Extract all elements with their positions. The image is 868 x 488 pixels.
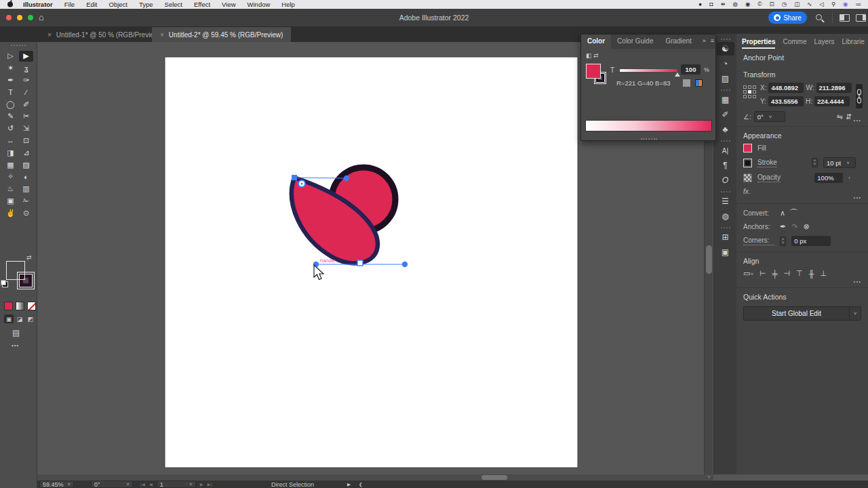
column-graph-tool[interactable]: ▥ [19, 184, 33, 195]
scale-tool[interactable]: ⇲ [19, 123, 33, 134]
stepper-down-icon[interactable]: ˅ [814, 163, 816, 166]
direction-handle-top[interactable] [344, 176, 349, 181]
opacity-options-arrow[interactable]: › [848, 175, 850, 181]
dock-group-handle[interactable] [721, 89, 730, 91]
menu-type[interactable]: Type [139, 1, 153, 8]
panel-menu-icon[interactable]: ≡ [711, 37, 714, 49]
magic-wand-tool[interactable]: ✶ [3, 63, 18, 74]
shape-builder-tool[interactable]: ◨ [3, 147, 18, 158]
vertical-scrollbar-thumb[interactable] [706, 245, 712, 274]
tint-value-field[interactable]: 100 [681, 64, 701, 75]
gradient-panel-icon[interactable]: ▨ [717, 72, 734, 85]
scissors-tool[interactable]: ✂ [19, 111, 33, 122]
selection-tool[interactable]: ▷ [3, 51, 18, 62]
previous-color-swatch[interactable] [683, 79, 690, 87]
previous-artboard-button[interactable]: ◀ [149, 482, 153, 487]
pen-tool[interactable]: ✒ [3, 75, 18, 85]
menu-effect[interactable]: Effect [194, 1, 210, 8]
stroke-width-stepper[interactable]: ˄ ˅ [812, 158, 818, 167]
collapse-panel-icon[interactable]: » [703, 37, 706, 49]
hand-tool[interactable]: ✌ [3, 207, 18, 218]
more-options-icon[interactable]: ••• [854, 279, 861, 285]
tab-color-guide[interactable]: Color Guide [611, 35, 659, 49]
add-anchor-icon[interactable]: ✒ [780, 222, 786, 231]
creative-cloud-icon[interactable]: ◉ [745, 0, 750, 9]
zoom-level-dropdown[interactable]: 59.45% ˅ [39, 481, 74, 488]
corners-field[interactable]: 0 px [791, 236, 831, 246]
h-field[interactable]: 224.4444 [814, 96, 850, 106]
flip-vertical-icon[interactable]: ⇵ [846, 113, 852, 121]
dock-group-handle[interactable] [721, 227, 730, 228]
edit-toolbar-button[interactable]: ••• [12, 342, 19, 348]
horizontal-scrollbar[interactable]: ˅ [37, 474, 713, 481]
fx-button[interactable]: fx. [743, 188, 751, 195]
appearance-panel-icon[interactable]: ⊞ [717, 230, 734, 244]
more-options-icon[interactable]: ••• [854, 195, 861, 201]
dock-group-handle[interactable] [721, 191, 730, 192]
blend-tool[interactable]: ◐ [19, 171, 33, 182]
search-icon[interactable] [816, 14, 822, 20]
arrange-documents-icon[interactable] [856, 14, 866, 22]
apple-menu-icon[interactable] [7, 0, 14, 9]
pencil-tool[interactable]: ✎ [3, 111, 18, 122]
align-left-icon[interactable]: ⊢ [760, 269, 766, 278]
free-transform-tool[interactable]: ⊡ [19, 135, 33, 146]
convert-to-corner-icon[interactable]: ∧ [780, 209, 785, 218]
tab-untitled-2[interactable]: × Untitled-2* @ 59.45 % (RGB/Preview) [152, 27, 291, 42]
draw-inside-button[interactable]: ◩ [26, 314, 35, 323]
shield-app-icon[interactable]: ◘ [709, 0, 713, 9]
globe-icon[interactable]: ◍ [732, 0, 737, 9]
constrain-proportions-toggle[interactable] [856, 84, 863, 108]
tab-libraries[interactable]: Librarie [842, 38, 865, 49]
rotation-dropdown[interactable]: 0° ˅ [754, 111, 785, 122]
color-mixer-icon[interactable] [695, 79, 703, 87]
color-guide-panel-icon[interactable]: ◔ [717, 57, 734, 70]
selected-anchor-bottom[interactable] [357, 260, 363, 266]
opacity-swatch[interactable] [743, 174, 752, 182]
dock-group-handle[interactable] [721, 140, 730, 142]
opentype-panel-icon[interactable]: O [717, 174, 734, 187]
panel-resize-grip[interactable] [641, 138, 657, 140]
align-h-center-icon[interactable]: ╪ [772, 270, 778, 278]
last-artboard-button[interactable]: ▶| [208, 482, 212, 487]
mesh-tool[interactable]: ▦ [3, 159, 18, 170]
stroke-width-dropdown[interactable]: 10 pt ˅ [823, 157, 856, 168]
tab-comments[interactable]: Comme [783, 38, 806, 49]
tint-slider[interactable] [620, 69, 677, 72]
stroke-link[interactable]: Stroke [757, 159, 777, 167]
character-panel-icon[interactable]: A| [717, 144, 734, 157]
line-segment-tool[interactable]: ∕ [19, 87, 33, 98]
align-top-icon[interactable]: ⊤ [796, 269, 803, 278]
convert-to-smooth-icon[interactable]: ⁀ [791, 209, 797, 218]
screen-mode-button[interactable]: ▤ [12, 328, 20, 338]
color-button[interactable] [4, 302, 13, 310]
close-tab-icon[interactable]: × [160, 31, 164, 39]
rotate-tool[interactable]: ↺ [3, 123, 18, 134]
gradient-button[interactable] [16, 302, 24, 310]
tab-untitled-1[interactable]: × Untitled-1* @ 50 % (RGB/Preview) [39, 27, 170, 42]
symbol-sprayer-tool[interactable]: ♨ [3, 184, 18, 195]
swatches-panel-icon[interactable]: ▦ [717, 93, 734, 106]
direct-selection-tool[interactable]: ▶ [19, 51, 33, 62]
start-global-edit-button[interactable]: Start Global Edit [743, 306, 850, 321]
anchor-handle-top-left[interactable] [292, 175, 297, 180]
flip-horizontal-icon[interactable]: ⇋ [837, 113, 843, 121]
default-fill-stroke-icon[interactable] [2, 281, 8, 287]
stepper-down-icon[interactable]: ˅ [782, 241, 784, 245]
ellipse-tool[interactable]: ◯ [3, 99, 18, 110]
menu-illustrator[interactable]: Illustrator [23, 1, 53, 8]
share-button[interactable]: Share [768, 12, 807, 24]
perspective-grid-tool[interactable]: ⊿ [19, 147, 33, 158]
stroke-panel-icon[interactable]: ☰ [717, 195, 734, 208]
workspace-switcher-icon[interactable] [840, 14, 850, 22]
fill-proxy-swatch[interactable] [6, 261, 25, 280]
color-panel-icon[interactable]: ☯ [717, 42, 734, 56]
app-badge-icon[interactable]: ● [698, 0, 702, 9]
menu-view[interactable]: View [222, 1, 235, 8]
menu-edit[interactable]: Edit [86, 1, 97, 8]
color-spectrum-ramp[interactable] [585, 120, 712, 131]
align-v-center-icon[interactable]: ╫ [809, 270, 814, 278]
swap-colors-icon[interactable]: ⇄ [593, 52, 599, 59]
first-artboard-button[interactable]: |◀ [140, 482, 145, 487]
artboard-tool[interactable]: ▣ [3, 195, 18, 206]
